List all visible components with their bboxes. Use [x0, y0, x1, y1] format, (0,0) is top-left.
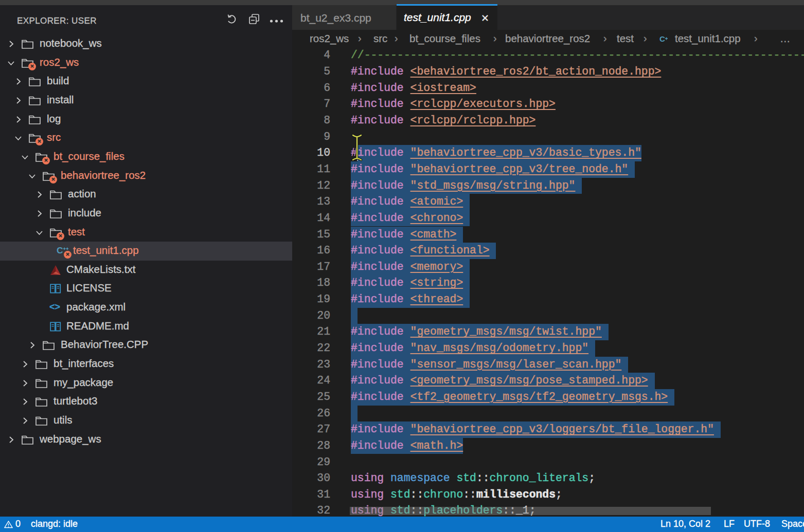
svg-text:C: C: [659, 34, 665, 43]
svg-text:C: C: [57, 245, 63, 255]
